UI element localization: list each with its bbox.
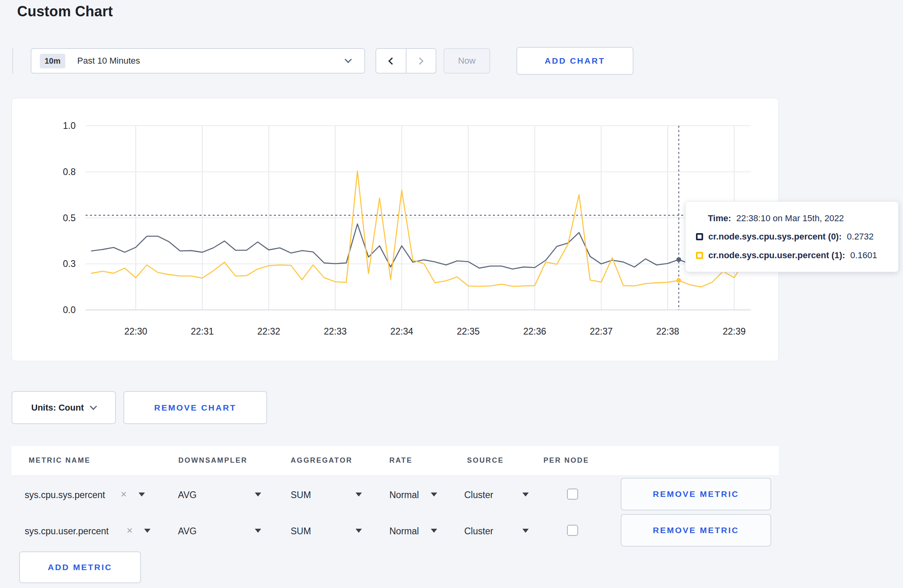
remove-metric-button[interactable]: REMOVE METRIC [621,514,771,547]
toolbar-divider [12,48,13,74]
col-header-source: SOURCE [467,456,504,465]
col-header-metric-name: METRIC NAME [29,456,91,465]
tooltip-time-label: Time: [708,213,731,224]
time-range-label: Past 10 Minutes [77,56,140,66]
y-tick-label: 0.5 [63,213,76,223]
prev-range-button[interactable] [376,49,406,73]
now-button[interactable]: Now [444,48,490,74]
caret-down-icon[interactable] [356,529,362,533]
remove-chart-button[interactable]: REMOVE CHART [123,391,267,424]
caret-down-icon[interactable] [144,529,150,533]
y-tick-label: 0.3 [63,259,76,269]
time-range-badge: 10m [40,54,65,68]
x-tick-label: 22:31 [191,326,214,337]
series-swatch-icon [696,252,703,259]
chart-tooltip: Time: 22:38:10 on Mar 15th, 2022 cr.node… [685,201,899,272]
chevron-down-icon [344,56,352,63]
x-tick-label: 22:36 [523,326,546,337]
caret-down-icon[interactable] [255,529,261,533]
y-tick-label: 0.0 [63,305,76,315]
col-header-per-node: PER NODE [543,456,589,465]
downsampler-select[interactable]: AVG [178,526,197,537]
tooltip-series-row: cr.node.sys.cpu.sys.percent (0): 0.2732 [696,232,888,242]
col-header-rate: RATE [389,456,412,465]
source-select[interactable]: Cluster [464,490,493,500]
hover-point [676,278,681,283]
next-range-button[interactable] [406,49,436,73]
aggregator-select[interactable]: SUM [291,490,311,500]
tooltip-series-value: 0.2732 [847,232,874,242]
x-tick-label: 22:32 [257,326,280,337]
caret-down-icon[interactable] [522,529,529,533]
tooltip-series-row: cr.node.sys.cpu.user.percent (1): 0.1601 [696,250,888,261]
chart-canvas[interactable]: 22:3022:3122:3222:3322:3422:3522:3622:37… [12,98,779,362]
x-tick-label: 22:37 [590,326,613,337]
clear-icon[interactable]: × [121,489,127,499]
caret-down-icon[interactable] [431,493,437,496]
add-chart-button[interactable]: ADD CHART [516,47,633,75]
per-node-checkbox[interactable] [567,489,578,500]
caret-down-icon[interactable] [356,493,362,496]
time-range-select[interactable]: 10m Past 10 Minutes [31,48,365,74]
y-tick-label: 0.8 [63,167,76,177]
source-select[interactable]: Cluster [464,526,493,537]
page-title: Custom Chart [17,3,113,20]
remove-metric-button[interactable]: REMOVE METRIC [621,478,771,510]
tooltip-series-value: 0.1601 [850,250,877,261]
rate-select[interactable]: Normal [389,490,419,500]
col-header-downsampler: DOWNSAMPLER [178,456,248,465]
clear-icon[interactable]: × [127,525,133,535]
downsampler-select[interactable]: AVG [178,490,197,500]
chevron-left-icon [389,57,396,64]
add-metric-button[interactable]: ADD METRIC [19,551,141,583]
chevron-right-icon [416,57,423,64]
series-line-1 [92,171,745,287]
caret-down-icon[interactable] [431,529,437,533]
y-tick-label: 1.0 [63,121,76,131]
caret-down-icon[interactable] [522,493,529,496]
units-label: Units: Count [31,403,84,413]
x-tick-label: 22:33 [324,326,347,337]
per-node-checkbox[interactable] [567,525,578,536]
caret-down-icon[interactable] [255,493,261,496]
aggregator-select[interactable]: SUM [291,526,311,537]
tooltip-time-value: 22:38:10 on Mar 15th, 2022 [736,213,844,224]
metric-name-select[interactable]: sys.cpu.user.percent [25,526,109,537]
caret-down-icon[interactable] [139,493,145,496]
time-nav-group [375,48,436,74]
rate-select[interactable]: Normal [389,526,419,537]
chart-card: 22:3022:3122:3222:3322:3422:3522:3622:37… [12,98,779,361]
x-tick-label: 22:34 [390,326,413,337]
hover-point [676,257,681,262]
x-tick-label: 22:38 [656,326,679,337]
tooltip-series-label: cr.node.sys.cpu.user.percent (1): [708,250,845,261]
col-header-aggregator: AGGREGATOR [291,456,352,465]
x-tick-label: 22:35 [457,326,480,337]
units-select[interactable]: Units: Count [12,391,116,424]
chevron-down-icon [90,403,97,410]
metric-name-select[interactable]: sys.cpu.sys.percent [25,490,105,500]
x-tick-label: 22:30 [124,326,147,337]
tooltip-series-label: cr.node.sys.cpu.sys.percent (0): [708,232,842,242]
series-swatch-icon [696,233,703,240]
tooltip-time-row: Time: 22:38:10 on Mar 15th, 2022 [708,213,888,224]
x-tick-label: 22:39 [723,326,746,337]
